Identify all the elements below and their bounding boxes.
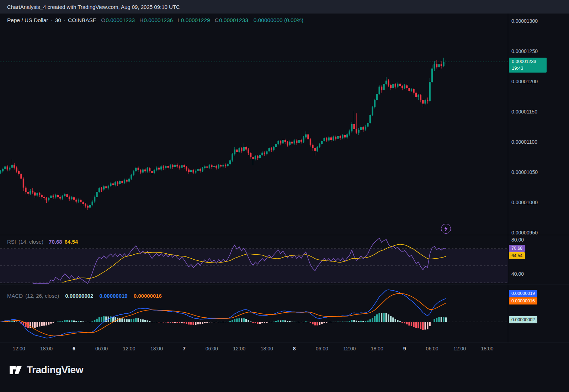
open-label: O: [101, 17, 105, 23]
legend-separator: ·: [64, 17, 65, 23]
time-scale-label: 12:00: [233, 346, 245, 351]
macd-signal-badge: 0.00000016: [509, 297, 537, 304]
macd-signal-value: 0.00000016: [134, 293, 162, 299]
time-scale-label: 18:00: [40, 346, 53, 351]
close-label: C: [215, 17, 219, 23]
ohlc-low: L 0.00001229: [177, 17, 210, 23]
bar-countdown: 19:43: [512, 65, 523, 72]
tradingview-wordmark: TradingView: [27, 364, 83, 376]
close-value: 0.00001233: [219, 17, 248, 23]
time-scale-label: 12:00: [13, 346, 25, 351]
last-price-badge: 0.00001233 19:43: [509, 58, 547, 73]
rsi-scale-label: 80.00: [511, 237, 524, 243]
macd-legend[interactable]: MACD (12, 26, close) 0.00000002 0.000000…: [7, 293, 162, 299]
rsi-params: (14, close): [18, 239, 43, 245]
header-bar: ChartAnalysis_4 created with TradingView…: [0, 0, 569, 14]
time-scale-day-label: 8: [293, 346, 296, 351]
exchange-label[interactable]: COINBASE: [68, 17, 96, 23]
price-scale-label: 0.00001100: [511, 139, 537, 145]
rsi-legend[interactable]: RSI (14, close) 70.68 64.54: [7, 239, 78, 245]
legend-separator: ·: [50, 17, 52, 23]
price-scale-label: 0.00001250: [511, 48, 538, 54]
macd-line-badge: 0.00000019: [509, 290, 537, 297]
last-price-value: 0.00001233: [512, 58, 536, 65]
price-scale-label: 0.00001000: [511, 200, 538, 205]
time-scale-label: 06:00: [206, 346, 218, 351]
rsi-scale-label: 40.00: [511, 271, 524, 277]
time-scale-label: 06:00: [316, 346, 328, 351]
ohlc-close: C 0.00001233: [215, 17, 248, 23]
tradingview-chart-window: ChartAnalysis_4 created with TradingView…: [0, 0, 569, 392]
time-scale-day-label: 9: [403, 346, 406, 351]
time-scale-label: 06:00: [426, 346, 438, 351]
price-scale-label: 0.00001200: [511, 79, 538, 84]
macd-line-value: 0.00000019: [99, 293, 127, 299]
high-value: 0.00001236: [144, 17, 173, 23]
pane-divider[interactable]: [0, 235, 569, 235]
rsi-value: 70.68: [49, 239, 62, 245]
macd-hist-badge: 0.00000002: [509, 316, 537, 323]
time-scale-day-label: 7: [183, 346, 186, 351]
ohlc-high: H 0.00001236: [139, 17, 173, 23]
macd-params: (12, 26, close): [25, 293, 59, 299]
interval-label[interactable]: 30: [55, 17, 61, 23]
pane-divider[interactable]: [0, 285, 569, 285]
time-scale-day-label: 6: [73, 346, 75, 351]
symbol-legend[interactable]: Pepe / US Dollar · 30 · COINBASE O 0.000…: [7, 17, 303, 23]
change-value: 0.00000000 (0.00%): [254, 17, 303, 23]
ohlc-open: O 0.00001233: [101, 17, 135, 23]
open-value: 0.00001233: [106, 17, 135, 23]
lightning-bolt-icon: [443, 226, 448, 232]
price-scale-label: 0.00001050: [511, 169, 538, 175]
price-pane-canvas[interactable]: [0, 14, 508, 235]
rsi-value-badge: 70.68: [509, 245, 525, 252]
macd-name[interactable]: MACD: [7, 293, 23, 299]
time-scale-label: 12:00: [343, 346, 356, 351]
rsi-ma-badge: 64.54: [509, 252, 525, 259]
time-scale-label: 12:00: [123, 346, 135, 351]
low-value: 0.00001229: [181, 17, 210, 23]
chart-title: ChartAnalysis_4 created with TradingView…: [7, 4, 180, 10]
symbol-name[interactable]: Pepe / US Dollar: [7, 17, 48, 23]
time-scale-label: 12:00: [453, 346, 466, 351]
time-scale-label: 18:00: [261, 346, 273, 351]
flash-order-icon[interactable]: [441, 224, 451, 234]
time-scale-label: 06:00: [95, 346, 108, 351]
rsi-ma-value: 64.54: [65, 239, 78, 245]
tradingview-mark-icon: [9, 363, 23, 377]
price-scale-label: 0.00001150: [511, 109, 537, 115]
low-label: L: [177, 17, 181, 23]
price-scale-label: 0.00001300: [511, 18, 538, 24]
rsi-name[interactable]: RSI: [7, 239, 16, 245]
tradingview-logo[interactable]: TradingView: [9, 363, 83, 377]
macd-hist-value: 0.00000002: [65, 293, 93, 299]
high-label: H: [139, 17, 143, 23]
time-scale-label: 18:00: [481, 346, 494, 351]
price-scale-label: 0.00000950: [511, 230, 538, 235]
time-scale[interactable]: 12:0018:00606:0012:0018:00706:0012:0018:…: [0, 343, 508, 356]
time-scale-label: 18:00: [371, 346, 383, 351]
time-scale-label: 18:00: [150, 346, 163, 351]
